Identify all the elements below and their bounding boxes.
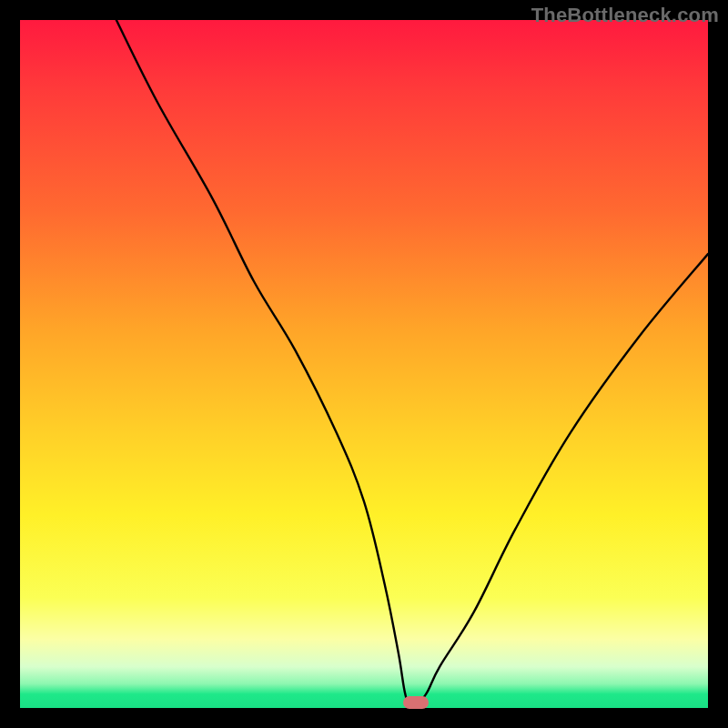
watermark-text: TheBottleneck.com [531,4,719,27]
plot-area [20,20,708,708]
chart-frame: TheBottleneck.com [0,0,728,728]
optimal-marker [403,696,429,709]
bottleneck-curve [20,20,708,708]
